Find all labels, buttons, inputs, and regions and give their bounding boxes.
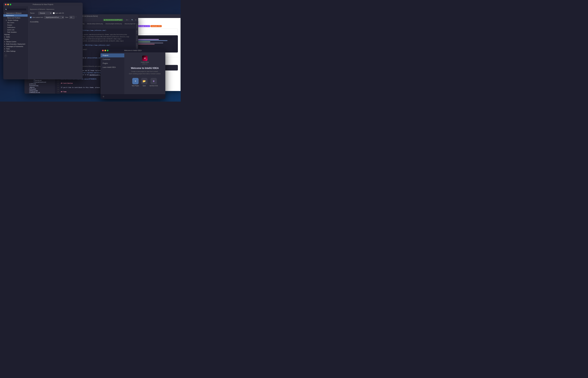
tab-setup-scheme[interactable]: dracula-setup-scheme.png	[86, 22, 104, 26]
font-select[interactable]: AppleSystemUIFont	[44, 16, 64, 19]
toolbar-settings-btn[interactable]: ⚙	[134, 19, 137, 21]
sidebar-item-label: Plugins	[4, 39, 9, 40]
logo-text: IJ	[144, 57, 146, 59]
preferences-window: Preferences for New Projects ▼ Appearanc…	[3, 3, 83, 79]
tree-label: Dracula.xml	[35, 80, 41, 81]
help-button[interactable]: ?	[4, 54, 7, 57]
gradle-tab[interactable]: Gradle	[136, 29, 138, 35]
theme-row: Theme: Dracula IntelliJ Light High contr…	[30, 12, 80, 14]
new-project-action[interactable]: + New Project	[132, 78, 139, 86]
run-button[interactable]: ▶ dracula-theme [buildPlugin]	[103, 19, 123, 21]
welcome-traffic-lights	[102, 50, 108, 51]
database-tab[interactable]: Database	[136, 23, 138, 29]
tree-label: screenshot.png	[29, 85, 38, 86]
welcome-close[interactable]	[102, 50, 104, 51]
prefs-sidebar: ▼ Appearance & Behavior Appearance Menus…	[3, 6, 28, 79]
sidebar-item-tools[interactable]: ▶ Tools	[3, 48, 28, 50]
tree-label: build.gradle	[29, 88, 36, 90]
tree-changelog[interactable]: CHANGELOG.md	[27, 92, 55, 93]
custom-font-row: Use custom font: AppleSystemUIFont Size:…	[30, 16, 80, 19]
sidebar-item-label: Projects	[103, 54, 108, 56]
tree-build-gradle[interactable]: build.gradle	[27, 88, 55, 90]
tree-dracula-colorful-xml[interactable]: X DraculaColorful.xml	[27, 81, 55, 83]
welcome-main-subtitle: Create a new project to start from scrat…	[129, 70, 161, 75]
tab-label: dracula-setup-scheme.png	[87, 23, 103, 25]
sidebar-item-build-execution[interactable]: ▶ Build, Execution, Deployment	[3, 43, 28, 45]
sidebar-item-system-settings[interactable]: ▶ System Settings	[3, 19, 28, 21]
sidebar-item-label: Keymap	[4, 34, 10, 35]
sidebar-item-other-settings[interactable]: ▶ Other Settings	[3, 50, 28, 52]
sidebar-item-appearance[interactable]: Appearance	[3, 14, 28, 17]
prefs-body: ▼ Appearance & Behavior Appearance Menus…	[3, 6, 83, 79]
welcome-sidebar-learn[interactable]: Learn IntelliJ IDEA	[101, 65, 124, 69]
welcome-footer: ⚙	[101, 94, 165, 99]
welcome-title: Welcome to IntelliJ IDEA	[124, 50, 142, 52]
theme-select[interactable]: Dracula IntelliJ Light High contrast	[38, 12, 52, 14]
sidebar-item-languages[interactable]: ▶ Languages & Frameworks	[3, 45, 28, 48]
tab-label: dracula-plugins-window.png	[106, 23, 122, 25]
close-button[interactable]	[5, 4, 6, 5]
vcs-action[interactable]: ψ Get from VCS	[150, 78, 158, 86]
breadcrumb: Appearance & Behavior › Appearance	[30, 8, 80, 10]
event-log-tab[interactable]: Event Log	[136, 35, 138, 42]
sidebar-item-label: System Settings	[8, 19, 18, 21]
tab-plugins[interactable]: dracula-plugins-window.png	[104, 22, 123, 26]
tree-gitignore[interactable]: .gitignore	[27, 86, 55, 88]
welcome-body: Projects Customize Plugins Learn Intelli…	[101, 52, 165, 94]
tree-settings-gradle[interactable]: settings.gradle	[27, 90, 55, 92]
open-label: Open	[143, 85, 146, 86]
welcome-titlebar: Welcome to IntelliJ IDEA	[101, 49, 165, 52]
sidebar-item-label: Editor	[6, 36, 10, 38]
new-project-icon: +	[132, 78, 139, 84]
sidebar-item-scopes[interactable]: Scopes	[3, 24, 28, 26]
sync-os-checkbox[interactable]	[53, 12, 55, 14]
open-action[interactable]: 📂 Open	[141, 78, 147, 86]
sidebar-group-appearance-behavior[interactable]: ▼ Appearance & Behavior	[3, 12, 28, 14]
size-stepper[interactable]: ⌃	[75, 16, 77, 18]
welcome-main: IJ IntelliJ IDEA 2020.3.2 Welcome to Int…	[124, 52, 165, 94]
sidebar-item-quick-lists[interactable]: Quick Lists	[3, 28, 28, 31]
prefs-search-input[interactable]	[4, 8, 27, 11]
sidebar-item-keymap[interactable]: Keymap	[3, 33, 28, 36]
font-size-input[interactable]	[69, 16, 75, 19]
sidebar-item-editor[interactable]: ▶ Editor	[3, 36, 28, 38]
tree-gradlew-bat[interactable]: gradlew.bat	[27, 83, 55, 85]
traffic-lights	[5, 4, 11, 5]
sidebar-item-plugins[interactable]: Plugins	[3, 38, 28, 40]
custom-font-checkbox[interactable]	[30, 16, 32, 18]
welcome-sidebar-customize[interactable]: Customize	[101, 57, 124, 61]
tab-install[interactable]: dracula-plugin-install.png	[123, 22, 135, 26]
maximize-button[interactable]	[10, 4, 11, 5]
accessibility-label: Accessibility	[30, 21, 39, 23]
custom-font-label: Use custom font:	[32, 16, 43, 18]
welcome-sidebar-projects[interactable]: Projects	[101, 54, 124, 57]
welcome-sidebar-plugins[interactable]: Plugins	[101, 61, 124, 65]
tree-label: settings.gradle	[29, 90, 38, 92]
tree-contributing[interactable]: CONTRIBUTING.md	[27, 93, 55, 94]
sidebar-item-version-control[interactable]: ▶ Version Control	[3, 40, 28, 43]
welcome-maximize[interactable]	[107, 50, 108, 51]
xml-icon: X	[33, 80, 34, 81]
sidebar-item-label: Notifications	[7, 27, 15, 28]
sidebar-item-path-variables[interactable]: Path Variables	[3, 31, 28, 33]
chevron-icon: ▶	[4, 36, 6, 38]
sidebar-item-label: Plugins	[103, 62, 108, 64]
vcs-download-icon: ψ	[153, 80, 154, 82]
sidebar-item-file-colors[interactable]: File Colors	[3, 21, 28, 24]
sidebar-item-menus-toolbars[interactable]: Menus and Toolbars	[3, 17, 28, 19]
prefs-title: Preferences for New Projects	[33, 4, 53, 5]
minimize-button[interactable]	[7, 4, 9, 5]
tree-screenshot[interactable]: screenshot.png	[27, 85, 55, 86]
toolbar-search-btn[interactable]: 🔍	[131, 19, 134, 21]
sync-os-text: Sync with OS	[55, 12, 64, 14]
settings-gear-button[interactable]: ⚙	[102, 95, 105, 98]
badge-downloads: downloads 422k	[150, 25, 162, 27]
chevron-down-icon: ▼	[4, 13, 6, 14]
folder-open-icon: 📂	[143, 80, 146, 83]
prefs-content: Appearance & Behavior › Appearance Theme…	[28, 6, 83, 79]
git-label[interactable]: Git: ✓	[125, 19, 130, 21]
welcome-minimize[interactable]	[105, 50, 106, 51]
tree-dracula-xml[interactable]: X Dracula.xml	[27, 80, 55, 81]
xml-icon: X	[33, 81, 34, 83]
sidebar-item-notifications[interactable]: Notifications	[3, 26, 28, 28]
